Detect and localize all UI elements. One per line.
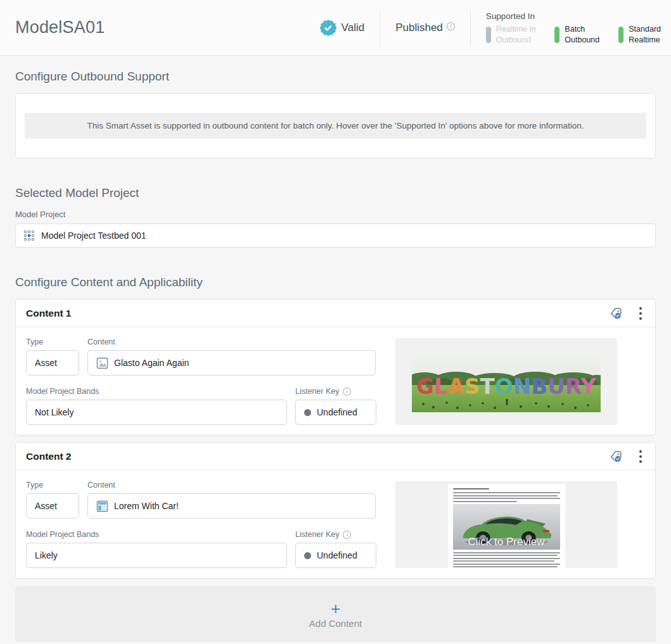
model-project-field[interactable]: Model Project Testbed 001 — [15, 224, 656, 248]
supported-in-label: Supported In — [486, 11, 661, 21]
smart-tag-button[interactable] — [608, 305, 625, 322]
template-icon — [96, 500, 108, 512]
add-content-button[interactable]: + Add Content — [15, 586, 656, 642]
content-card-title: Content 1 — [26, 308, 71, 319]
content-card-2: Content 2 — [15, 442, 656, 579]
content-card-title: Content 2 — [26, 451, 71, 462]
main-content: Configure Outbound Support This Smart As… — [0, 56, 671, 644]
card-menu-button[interactable] — [637, 305, 644, 322]
undefined-dot-icon — [304, 409, 311, 416]
asset-preview-glastonbury[interactable]: GLASTONBURY — [395, 338, 617, 425]
valid-badge-icon — [320, 20, 336, 36]
listener-key-label: Listener Key — [295, 387, 339, 396]
outbound-support-heading: Configure Outbound Support — [15, 70, 656, 84]
listener-key-label: Listener Key — [295, 530, 339, 539]
page-title: ModelSA01 — [15, 18, 105, 37]
kebab-menu-icon — [639, 450, 642, 464]
published-label: Published — [395, 22, 443, 34]
model-project-field-label: Model Project — [15, 210, 656, 219]
model-project-heading: Selected Model Project — [15, 186, 656, 200]
outbound-support-message: This Smart Asset is supported in outboun… — [25, 113, 646, 139]
type-field[interactable]: Asset — [26, 493, 79, 519]
supported-in-group: Supported In Realtime inOutbound BatchOu… — [486, 10, 661, 45]
published-status: Published i — [395, 22, 455, 34]
content-card-fields: Type Asset Content — [26, 338, 376, 425]
content-label: Content — [87, 338, 376, 346]
content-card-header: Content 1 — [16, 300, 655, 327]
model-project-bands-field[interactable]: Not Likely — [26, 400, 287, 425]
bands-label: Model Project Bands — [26, 530, 287, 539]
header-divider — [470, 9, 471, 46]
supported-in-batch-outbound[interactable]: BatchOutbound — [554, 24, 599, 45]
type-label: Type — [26, 481, 79, 489]
content-field[interactable]: Lorem With Car! — [87, 493, 376, 519]
status-pill-gray — [486, 27, 491, 43]
listener-key-field[interactable]: Undefined — [295, 543, 376, 568]
valid-status: Valid — [320, 20, 365, 36]
kebab-menu-icon — [639, 306, 642, 320]
plus-icon: + — [331, 600, 340, 617]
tag-icon — [609, 449, 623, 464]
model-project-bands-field[interactable]: Likely — [26, 543, 287, 568]
document-preview — [448, 484, 565, 568]
smart-tag-button[interactable] — [608, 448, 625, 465]
type-label: Type — [26, 338, 79, 346]
add-content-label: Add Content — [309, 618, 362, 629]
content-card-header: Content 2 — [16, 443, 655, 470]
listener-key-info-icon[interactable]: i — [343, 531, 351, 539]
bands-label: Model Project Bands — [26, 387, 287, 396]
listener-key-info-icon[interactable]: i — [343, 388, 351, 396]
content-card-fields: Type Asset Content — [26, 481, 376, 568]
car-image — [453, 504, 560, 550]
image-icon — [96, 357, 108, 369]
content-card-1: Content 1 — [15, 299, 656, 436]
undefined-dot-icon — [304, 552, 311, 559]
supported-in-standard-realtime[interactable]: StandardRealtime — [618, 24, 661, 45]
outbound-support-card: This Smart Asset is supported in outboun… — [15, 93, 656, 158]
svg-text:GLASTONBURY: GLASTONBURY — [416, 374, 596, 399]
page-header: ModelSA01 Valid Published i Supported In… — [0, 0, 671, 56]
asset-preview-document[interactable]: Click to Preview — [395, 481, 617, 568]
published-info-icon[interactable]: i — [447, 22, 455, 30]
content-section-heading: Configure Content and Applicability — [15, 275, 656, 289]
header-divider — [380, 9, 380, 46]
supported-in-realtime-outbound[interactable]: Realtime inOutbound — [486, 24, 536, 45]
content-field[interactable]: Glasto Again Again — [87, 350, 376, 376]
card-menu-button[interactable] — [637, 448, 644, 465]
valid-label: Valid — [342, 22, 365, 34]
tag-icon — [609, 306, 623, 320]
content-label: Content — [87, 481, 376, 489]
type-field[interactable]: Asset — [26, 350, 79, 376]
status-pill-green — [554, 27, 559, 43]
header-status-bar: Valid Published i Supported In Realtime … — [320, 0, 661, 55]
status-pill-green — [618, 27, 623, 43]
listener-key-field[interactable]: Undefined — [295, 400, 376, 425]
model-project-value: Model Project Testbed 001 — [41, 230, 146, 241]
model-project-icon — [23, 230, 35, 241]
glastonbury-preview-image: GLASTONBURY — [412, 353, 601, 412]
